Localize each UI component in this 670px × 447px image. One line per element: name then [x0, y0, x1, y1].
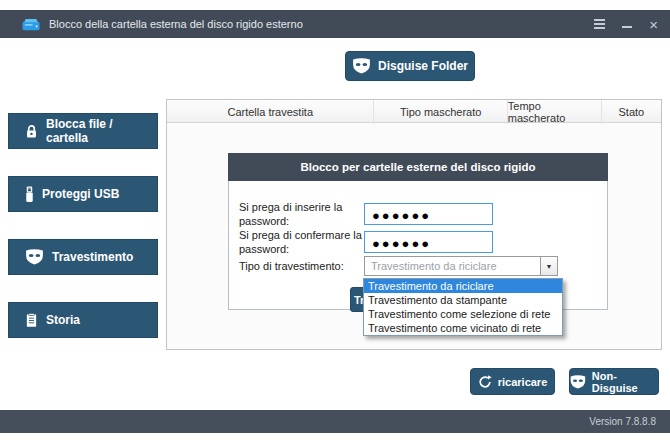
version-label: Version 7.8.8.8 [589, 416, 656, 427]
sidebar-item-label: Blocca file / cartella [46, 117, 157, 145]
confirm-password-label: Si prega di confermare la password: [239, 229, 364, 257]
sidebar-item-history[interactable]: Storia [8, 302, 158, 338]
column-header-time[interactable]: Tempo mascherato [508, 100, 602, 124]
reload-button[interactable]: ricaricare [470, 368, 555, 395]
password-input[interactable]: ●●●●●● [364, 203, 493, 225]
undisguise-label: Non-Disguise [592, 370, 658, 394]
password-label: Si prega di inserire la password: [239, 201, 364, 229]
window-title: Blocco della cartella esterna del disco … [49, 18, 303, 30]
dropdown-option-network-selection[interactable]: Travestimento come selezione di rete [364, 307, 562, 321]
sidebar-item-lock-file-folder[interactable]: Blocca file / cartella [8, 113, 158, 149]
dropdown-option-recycle[interactable]: Travestimento da riciclare [364, 279, 562, 293]
disguise-folder-button[interactable]: Disguise Folder [345, 51, 475, 81]
lock-icon [25, 124, 38, 139]
menu-icon[interactable] [594, 19, 605, 29]
undisguise-button[interactable]: Non-Disguise [569, 368, 659, 395]
disguise-type-dropdown-list: Travestimento da riciclare Travestimento… [363, 278, 563, 336]
sidebar-item-disguise[interactable]: Travestimento [8, 239, 158, 275]
sidebar-item-label: Proteggi USB [42, 187, 119, 201]
mask-icon [25, 249, 44, 265]
window-controls: × [594, 10, 658, 38]
dialog-title-bar: Blocco per cartelle esterne del disco ri… [228, 153, 608, 181]
sidebar-item-label: Storia [46, 313, 80, 327]
disguise-type-label: Tipo di travestimento: [239, 260, 364, 274]
column-header-folder[interactable]: Cartella travestita [167, 100, 374, 124]
confirm-password-input[interactable]: ●●●●●● [364, 231, 493, 253]
sidebar-item-label: Travestimento [52, 250, 133, 264]
mask-icon [570, 375, 586, 389]
app-window: Blocco della cartella esterna del disco … [0, 0, 670, 447]
app-disk-icon [22, 18, 40, 31]
disguise-type-select[interactable]: Travestimento da riciclare ▼ [364, 256, 558, 276]
table-header-row: Cartella travestita Tipo mascherato Temp… [167, 100, 661, 123]
history-icon [25, 313, 38, 328]
disguise-type-selected-value: Travestimento da riciclare [365, 257, 540, 275]
reload-label: ricaricare [498, 376, 548, 388]
column-header-type[interactable]: Tipo mascherato [374, 100, 507, 124]
refresh-icon [478, 375, 492, 389]
usb-icon [25, 186, 34, 203]
close-icon[interactable]: × [649, 17, 658, 32]
title-bar: Blocco della cartella esterna del disco … [0, 10, 670, 38]
column-header-status[interactable]: Stato [602, 100, 661, 124]
sidebar-item-protect-usb[interactable]: Proteggi USB [8, 176, 158, 212]
dropdown-option-printer[interactable]: Travestimento da stampante [364, 293, 562, 307]
chevron-down-icon[interactable]: ▼ [540, 257, 557, 275]
minimize-icon[interactable] [622, 26, 632, 28]
dialog-title: Blocco per cartelle esterne del disco ri… [300, 161, 535, 173]
status-bar: Version 7.8.8.8 [0, 410, 670, 433]
mask-icon [352, 58, 371, 74]
dropdown-option-network-neighborhood[interactable]: Travestimento come vicinato di rete [364, 321, 562, 335]
disguise-folder-label: Disguise Folder [378, 59, 468, 73]
